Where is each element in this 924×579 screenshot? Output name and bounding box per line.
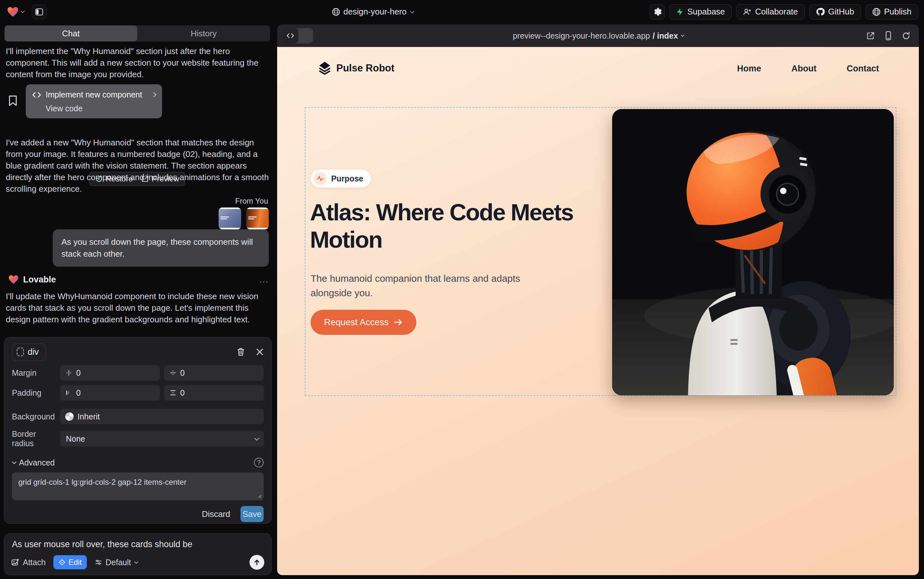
element-icon <box>17 348 24 356</box>
advanced-section-header[interactable]: Advanced ? <box>12 458 264 468</box>
send-arrow-icon <box>253 559 260 566</box>
arrow-right-icon <box>394 319 403 326</box>
attachment-thumbnail-blue[interactable] <box>219 208 241 229</box>
discard-button[interactable]: Discard <box>202 509 230 519</box>
github-icon <box>816 7 824 16</box>
attachment-thumbnails <box>219 208 269 229</box>
margin-x-input[interactable]: 0 <box>60 365 160 381</box>
padding-row: Padding 0 0 <box>12 385 264 401</box>
publish-globe-icon <box>872 8 881 16</box>
element-inspector-panel: div Margin 0 <box>4 337 272 524</box>
sidebar-icon <box>35 8 43 16</box>
pulse-icon <box>317 175 324 182</box>
supabase-icon <box>676 8 684 16</box>
margin-y-input[interactable]: 0 <box>164 365 264 381</box>
chevron-down-icon <box>21 9 25 13</box>
padding-x-icon <box>65 389 72 396</box>
background-row: Background Inherit <box>12 409 264 424</box>
settings-button[interactable] <box>650 4 665 20</box>
background-input[interactable]: Inherit <box>60 409 264 424</box>
chevron-down-icon <box>410 9 415 13</box>
nav-home[interactable]: Home <box>737 64 761 74</box>
margin-row: Margin 0 0 <box>12 365 264 381</box>
assistant-name: Lovable <box>23 275 255 285</box>
open-external-button[interactable] <box>866 31 875 40</box>
preview-frame: preview--design-your-hero.lovable.app / … <box>277 25 919 575</box>
padding-label: Padding <box>12 388 60 397</box>
margin-y-icon <box>170 369 176 376</box>
save-button[interactable]: Save <box>240 506 264 522</box>
collaborate-icon <box>743 8 752 16</box>
component-card-title: Implement new component <box>46 90 148 100</box>
hero-subheading: The humanoid companion that learns and a… <box>310 271 532 300</box>
padding-y-icon <box>170 389 176 396</box>
refresh-button[interactable] <box>902 31 911 40</box>
border-radius-label: Border radius <box>12 429 60 448</box>
publish-button[interactable]: Publish <box>865 4 918 20</box>
composer-input[interactable]: As user mouse roll over, these cards sho… <box>12 540 264 550</box>
chat-history-tabs: Chat History <box>5 25 270 41</box>
mobile-view-button[interactable] <box>885 31 892 40</box>
view-code-link[interactable]: View code <box>46 104 156 113</box>
chat-panel: Chat History I'll implement the "Why Hum… <box>4 23 273 579</box>
close-icon[interactable] <box>256 348 264 356</box>
assistant-message-3: I'll update the WhyHumanoid component to… <box>6 291 269 325</box>
hero-heading: Atlas: Where Code Meets Motion <box>310 198 580 254</box>
component-card[interactable]: Implement new component View code <box>26 84 162 118</box>
code-toggle-segment[interactable] <box>282 28 298 43</box>
preview-header: preview--design-your-hero.lovable.app / … <box>277 25 919 47</box>
nav-about[interactable]: About <box>792 64 816 74</box>
border-radius-select[interactable]: None <box>60 431 264 447</box>
topbar: design-your-hero Supabase Collaborate <box>0 0 924 23</box>
tab-chat[interactable]: Chat <box>5 25 137 41</box>
assistant-message-2: I've added a new "Why Humanoid" section … <box>6 137 269 195</box>
globe-icon <box>332 8 340 16</box>
supabase-button[interactable]: Supabase <box>669 4 732 20</box>
preview-viewport: Pulse Robot Home About Contact Purpose A… <box>277 47 919 575</box>
request-access-button[interactable]: Request Access <box>310 310 416 335</box>
attach-image-icon <box>11 558 20 566</box>
settings-sliders-icon <box>95 558 102 566</box>
preview-url: preview--design-your-hero.lovable.app / … <box>277 25 919 47</box>
code-icon <box>32 92 41 98</box>
sidebar-toggle-button[interactable] <box>32 5 47 19</box>
edit-mode-button[interactable]: Edit <box>53 555 87 569</box>
nav-contact[interactable]: Contact <box>847 64 879 74</box>
chevron-down-icon <box>134 560 139 564</box>
code-icon <box>286 33 294 39</box>
selected-hero-section[interactable]: Purpose Atlas: Where Code Meets Motion T… <box>305 107 896 396</box>
robot-illustration <box>612 109 894 395</box>
tab-history[interactable]: History <box>137 25 270 41</box>
code-preview-toggle[interactable] <box>282 28 313 43</box>
advanced-classes-textarea[interactable]: grid grid-cols-1 lg:grid-cols-2 gap-12 i… <box>12 473 264 500</box>
margin-label: Margin <box>12 368 60 378</box>
lovable-heart-icon <box>8 275 19 285</box>
user-message-bubble: As you scroll down the page, these compo… <box>53 229 269 267</box>
padding-y-input[interactable]: 0 <box>164 385 264 401</box>
hero-robot-image <box>612 109 894 395</box>
lovable-menu[interactable] <box>7 7 23 17</box>
selected-element-pill[interactable]: div <box>12 343 46 361</box>
trash-icon[interactable] <box>237 347 245 357</box>
project-name: design-your-hero <box>343 7 407 17</box>
collaborate-button[interactable]: Collaborate <box>736 4 805 20</box>
advanced-label: Advanced <box>19 458 55 468</box>
send-button[interactable] <box>250 555 264 570</box>
attachment-thumbnail-orange[interactable] <box>246 208 269 229</box>
bookmark-icon[interactable] <box>8 95 17 106</box>
model-mode-select[interactable]: Default <box>95 558 137 567</box>
project-switcher[interactable]: design-your-hero <box>332 0 413 23</box>
chat-composer[interactable]: As user mouse roll over, these cards sho… <box>4 533 272 575</box>
margin-x-icon <box>65 369 72 376</box>
element-tag: div <box>28 347 39 357</box>
help-icon[interactable]: ? <box>254 458 264 468</box>
chevron-down-icon <box>12 460 16 464</box>
padding-x-input[interactable]: 0 <box>60 385 160 401</box>
assistant-message-1: I'll implement the "Why Humanoid" sectio… <box>6 45 269 80</box>
site-logo[interactable]: Pulse Robot <box>318 61 395 75</box>
resize-handle-icon[interactable] <box>256 493 262 498</box>
transparency-swatch-icon <box>65 412 73 421</box>
github-button[interactable]: GitHub <box>809 4 861 20</box>
message-menu-button[interactable]: ... <box>260 275 269 285</box>
attach-button[interactable]: Attach <box>11 558 46 567</box>
